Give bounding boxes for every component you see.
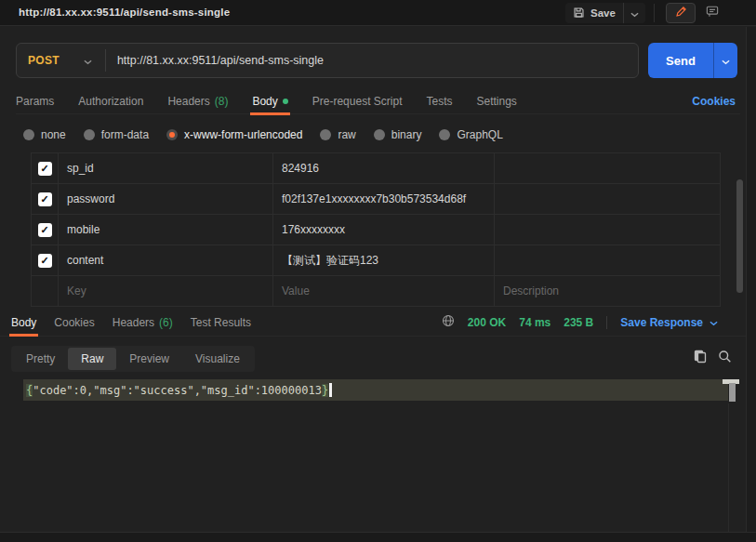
tab-authorization[interactable]: Authorization (78, 89, 143, 114)
view-tab-visualize[interactable]: Visualize (182, 348, 253, 370)
response-time[interactable]: 74 ms (519, 316, 550, 329)
radio-icon (320, 129, 331, 140)
response-size[interactable]: 235 B (564, 316, 593, 329)
value-input-placeholder[interactable]: Value (273, 276, 495, 306)
row-checkbox-checked[interactable]: ✓ (38, 192, 52, 206)
mode-none-label: none (41, 128, 66, 141)
active-tab-underline (9, 334, 38, 337)
url-bar: POST (16, 43, 639, 78)
response-body-line[interactable]: {"code":0,"msg":"success","msg_id":10000… (23, 379, 728, 401)
response-tab-test-results[interactable]: Test Results (191, 311, 251, 336)
tab-body[interactable]: Body (252, 89, 287, 114)
table-row-new: Key Value Description (32, 276, 720, 307)
row-checkbox-checked[interactable]: ✓ (38, 254, 52, 268)
value-cell[interactable]: 【测试】验证码123 (273, 245, 495, 275)
globe-icon[interactable] (442, 314, 455, 331)
pencil-icon (675, 6, 687, 20)
urlencoded-params-table: ✓ sp_id 824916 ✓ password f02f137e1xxxxx… (31, 152, 721, 307)
response-header: Body Cookies Headers (6) Test Results 20… (0, 309, 746, 337)
response-view-switcher: Pretty Raw Preview Visualize (11, 346, 255, 372)
response-tab-body-label: Body (11, 316, 36, 329)
checkbox-cell (32, 276, 59, 306)
description-cell[interactable] (495, 215, 720, 245)
save-button[interactable]: Save (565, 3, 623, 23)
response-tab-headers[interactable]: Headers (6) (113, 311, 173, 336)
mode-graphql[interactable]: GraphQL (439, 128, 502, 141)
value-cell[interactable]: 176xxxxxxxx (273, 215, 495, 245)
value-cell[interactable]: f02f137e1xxxxxxxx7b30b573534d68f (273, 184, 495, 214)
tab-headers-label: Headers (167, 95, 209, 108)
key-cell[interactable]: password (59, 184, 273, 214)
tab-authorization-label: Authorization (78, 95, 143, 108)
response-tabs: Body Cookies Headers (6) Test Results (11, 309, 251, 337)
tab-settings-label: Settings (477, 95, 517, 108)
tab-params-label: Params (16, 95, 54, 108)
response-scrollbar-thumb[interactable] (729, 383, 736, 402)
description-cell[interactable] (495, 153, 720, 183)
table-row: ✓ sp_id 824916 (32, 153, 720, 184)
body-has-content-dot (283, 99, 288, 104)
radio-selected-icon (166, 129, 178, 140)
save-button-label: Save (590, 7, 616, 19)
window-right-edge (746, 27, 756, 532)
mode-raw[interactable]: raw (320, 128, 355, 141)
key-cell[interactable]: sp_id (59, 153, 273, 183)
mode-form-data[interactable]: form-data (84, 128, 149, 141)
description-cell[interactable] (495, 184, 720, 214)
comment-icon (706, 6, 719, 20)
response-tab-cookies[interactable]: Cookies (54, 311, 94, 336)
cookies-link[interactable]: Cookies (692, 95, 736, 108)
value-cell[interactable]: 824916 (273, 153, 495, 183)
chevron-down-icon (630, 7, 639, 20)
headers-count-badge: (8) (215, 95, 229, 108)
mode-binary[interactable]: binary (374, 128, 422, 141)
view-tab-raw[interactable]: Raw (68, 348, 116, 370)
save-response-button[interactable]: Save Response (620, 316, 718, 329)
comment-button[interactable] (699, 3, 725, 23)
key-cell[interactable]: mobile (59, 215, 273, 245)
mode-raw-label: raw (338, 128, 355, 141)
radio-icon (23, 129, 34, 140)
tab-body-label: Body (252, 95, 277, 108)
description-input-placeholder[interactable]: Description (495, 276, 720, 306)
key-input-placeholder[interactable]: Key (59, 276, 273, 306)
view-tab-pretty[interactable]: Pretty (13, 348, 68, 370)
mode-x-www-form-urlencoded[interactable]: x-www-form-urlencoded (166, 128, 302, 141)
mode-none[interactable]: none (23, 128, 66, 141)
postman-window: http://81.xx.xx:9511/api/send-sms-single… (0, 0, 756, 542)
copy-button[interactable] (694, 350, 707, 366)
tab-headers[interactable]: Headers (8) (167, 89, 228, 114)
params-scrollbar-thumb[interactable] (736, 179, 743, 293)
send-button-group: Send (648, 43, 737, 78)
tab-tests[interactable]: Tests (426, 89, 452, 114)
description-cell[interactable] (495, 245, 720, 275)
topbar: http://81.xx.xx:9511/api/send-sms-single… (0, 0, 756, 26)
url-input[interactable] (106, 54, 638, 67)
row-checkbox-checked[interactable]: ✓ (38, 162, 52, 176)
save-response-label: Save Response (620, 316, 703, 329)
save-dropdown-button[interactable] (623, 3, 645, 23)
edit-button[interactable] (666, 3, 696, 23)
table-row: ✓ password f02f137e1xxxxxxxx7b30b573534d… (32, 184, 720, 215)
save-icon (573, 7, 585, 20)
body-mode-selector: none form-data x-www-form-urlencoded raw… (23, 123, 503, 147)
tab-settings[interactable]: Settings (477, 89, 517, 114)
method-selector[interactable]: POST (17, 52, 105, 69)
mode-form-data-label: form-data (101, 128, 149, 141)
tab-pre-request-script[interactable]: Pre-request Script (312, 89, 403, 114)
response-tab-headers-label: Headers (113, 316, 154, 329)
key-cell[interactable]: content (59, 245, 273, 275)
chevron-down-icon (84, 52, 92, 69)
topbar-divider (654, 4, 655, 22)
request-tab-title[interactable]: http://81.xx.xx:9511/api/send-sms-single (19, 7, 230, 18)
send-button[interactable]: Send (648, 43, 713, 78)
table-row: ✓ content 【测试】验证码123 (32, 245, 720, 276)
response-tab-body[interactable]: Body (11, 311, 36, 336)
row-checkbox-checked[interactable]: ✓ (38, 223, 52, 237)
view-tab-preview[interactable]: Preview (116, 348, 182, 370)
search-button[interactable] (718, 350, 732, 366)
status-badge[interactable]: 200 OK (468, 316, 506, 329)
tab-params[interactable]: Params (16, 89, 54, 114)
send-dropdown-button[interactable] (713, 43, 737, 78)
save-button-group: Save (565, 3, 645, 23)
